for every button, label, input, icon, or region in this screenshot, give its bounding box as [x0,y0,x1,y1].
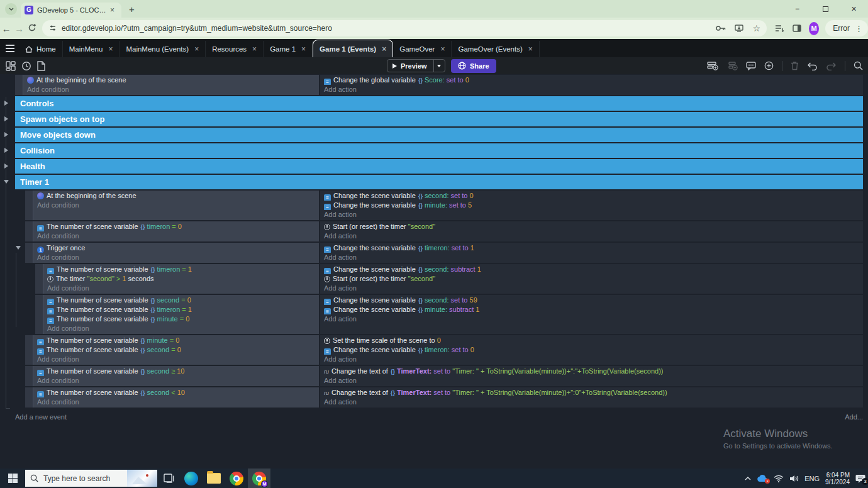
close-tab-icon[interactable]: × [110,6,114,14]
actions-cell[interactable]: ruChange the text of {}TimerText: set to… [320,387,863,408]
chrome-profile-taskbar-icon[interactable]: M [248,469,270,488]
error-button[interactable]: Error ⋮ [825,20,868,36]
forward-icon[interactable]: → [13,23,25,34]
task-view-button[interactable] [157,469,180,488]
taskbar-search-input[interactable]: Type here to search [25,470,157,487]
close-tab-icon[interactable]: × [528,45,533,53]
add-condition-link[interactable]: Add condition [33,253,319,262]
language-indicator[interactable]: ENG [804,475,820,482]
conditions-cell[interactable]: ≡The number of scene variable {}minute =… [33,335,319,365]
conditions-cell[interactable]: 1Trigger onceAdd condition [33,243,319,263]
event-drag-handle[interactable] [15,75,23,95]
event-drag-handle[interactable] [25,366,33,386]
condition[interactable]: ≡The number of scene variable {}timeron … [43,265,319,274]
condition[interactable]: ≡The number of scene variable {}minute =… [43,314,319,324]
event-drag-handle[interactable] [25,387,33,408]
event-group-controls[interactable]: Controls [15,96,863,111]
event-drag-handle[interactable] [25,243,33,263]
close-tab-icon[interactable]: × [252,45,257,53]
collapse-arrow-icon[interactable] [4,164,8,169]
scene-properties-icon[interactable] [37,61,45,71]
add-condition-link[interactable]: Add condition [33,376,319,385]
condition[interactable]: 1Trigger once [33,243,319,253]
window-restore-icon[interactable] [811,0,840,18]
condition[interactable]: ≡The number of scene variable {}second =… [33,345,319,355]
close-tab-icon[interactable]: × [108,45,113,53]
add-action-link[interactable]: Add action [320,314,863,324]
redo-icon[interactable] [826,62,837,70]
add-event-icon[interactable] [707,61,718,70]
add-comment-icon[interactable] [746,62,756,70]
event-group-move-objects-down[interactable]: Move objects down [15,128,863,142]
collapse-arrow-icon[interactable] [16,246,21,250]
action[interactable]: ≡Change the scene variable {}second: set… [320,296,863,305]
action[interactable]: ruChange the text of {}TimerText: set to… [320,388,863,397]
conditions-cell[interactable]: ≡The number of scene variable {}second <… [33,387,319,408]
condition[interactable]: ≡The number of scene variable {}timeron … [33,222,319,231]
event-drag-handle[interactable] [25,335,33,365]
actions-cell[interactable]: ≡Change the scene variable {}second: set… [320,191,863,220]
conditions-cell[interactable]: ≡The number of scene variable {}second =… [43,295,319,334]
conditions-cell[interactable]: ≡The number of scene variable {}second ≥… [33,366,319,386]
action[interactable]: ≡Change the scene variable {}second: set… [320,191,863,201]
main-menu-icon[interactable] [0,39,19,57]
actions-cell[interactable]: ≡Change the scene variable {}timeron: se… [320,243,863,263]
add-action-link[interactable]: Add action [320,355,863,364]
collapse-arrow-icon[interactable] [4,101,8,106]
profile-avatar[interactable]: M [809,22,819,35]
history-clock-icon[interactable] [21,61,31,71]
side-panel-icon[interactable] [793,25,801,32]
conditions-cell[interactable]: ≡The number of scene variable {}timeron … [33,221,319,241]
editor-tab-mainmenu[interactable]: MainMenu× [63,41,120,57]
add-action-link[interactable]: Add action [320,397,863,407]
condition[interactable]: ≡The number of scene variable {}second <… [33,388,319,397]
condition[interactable]: ≡The number of scene variable {}second ≥… [33,367,319,376]
event-drag-handle[interactable] [35,264,43,294]
action[interactable]: ≡Change the scene variable {}second: sub… [320,265,863,274]
action-center-icon[interactable]: 3 [855,474,865,483]
actions-cell[interactable]: Start (or reset) the timer "second"Add a… [320,221,863,241]
action[interactable]: ≡Change the scene variable {}timeron: se… [320,243,863,253]
volume-icon[interactable] [789,475,799,482]
url-field[interactable]: editor.gdevelop.io/?utm_campaign=try&utm… [42,20,767,36]
actions-cell[interactable]: ≡Change the scene variable {}second: sub… [320,264,863,294]
editor-tab-gameover-events[interactable]: GameOver (Events)× [452,41,539,57]
chrome-taskbar-icon[interactable] [225,469,248,488]
action[interactable]: ≡Change the scene variable {}timeron: se… [320,345,863,355]
close-tab-icon[interactable]: × [382,45,386,53]
condition[interactable]: ≡The number of scene variable {}second =… [43,296,319,305]
add-action-link[interactable]: Add action [320,85,863,94]
bookmark-star-icon[interactable]: ☆ [752,23,760,33]
event-drag-handle[interactable] [25,191,33,220]
event-drag-handle[interactable] [35,295,43,334]
action[interactable]: ≡Change the global variable {}Score: set… [320,75,863,85]
add-condition-link[interactable]: Add condition [43,324,319,333]
event-group-timer-1[interactable]: Timer 1 [15,175,863,189]
event-group-health[interactable]: Health [15,159,863,174]
file-explorer-taskbar-icon[interactable] [203,469,225,488]
editor-tab-gameover[interactable]: GameOver× [393,41,452,57]
condition[interactable]: At the beginning of the scene [33,191,319,201]
clock[interactable]: 6:04 PM 9/1/2024 [825,472,850,485]
close-tab-icon[interactable]: × [440,45,445,53]
layout-panels-icon[interactable] [6,61,16,71]
preview-dropdown-icon[interactable] [433,59,445,72]
add-action-link[interactable]: Add action [320,253,863,262]
wifi-icon[interactable] [774,475,784,482]
edge-taskbar-icon[interactable] [180,469,203,488]
action[interactable]: ≡Change the scene variable {}minute: set… [320,201,863,210]
add-new-event-link[interactable]: Add a new event [15,413,67,421]
conditions-cell[interactable]: At the beginning of the sceneAdd conditi… [23,75,319,95]
add-condition-link[interactable]: Add condition [33,397,319,407]
add-condition-link[interactable]: Add condition [33,201,319,210]
collapse-arrow-icon[interactable] [4,180,9,184]
add-subevent-icon[interactable] [726,61,738,70]
tray-expand-icon[interactable] [745,477,751,480]
collapse-arrow-icon[interactable] [4,148,8,153]
conditions-cell[interactable]: At the beginning of the sceneAdd conditi… [33,191,319,220]
action[interactable]: ≡Change the scene variable {}minute: sub… [320,305,863,314]
close-tab-icon[interactable]: × [194,45,199,53]
action[interactable]: Set the time scale of the scene to 0 [320,336,863,345]
search-highlight-image[interactable] [127,470,157,487]
action[interactable]: Start (or reset) the timer "second" [320,222,863,231]
